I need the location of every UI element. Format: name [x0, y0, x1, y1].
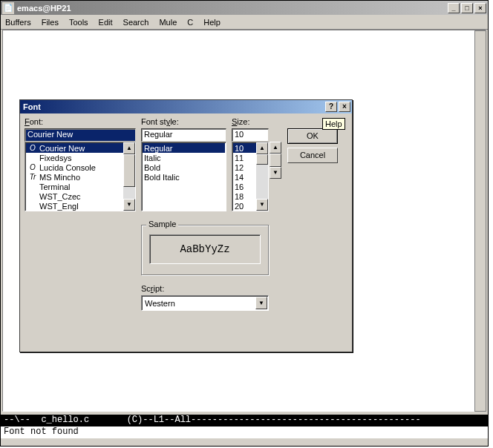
list-item[interactable]: WST_Engl: [26, 201, 134, 211]
scroll-down-icon[interactable]: ▼: [123, 199, 135, 211]
style-label: Font style:: [141, 117, 179, 126]
list-item[interactable]: OCourier New: [26, 143, 134, 153]
size-label: Size:: [232, 117, 249, 126]
ok-button[interactable]: OK: [287, 128, 338, 144]
list-item-label: WST_Engl: [39, 202, 79, 211]
scroll-down-icon[interactable]: ▼: [270, 167, 281, 179]
list-item-label: 11: [235, 154, 244, 162]
size-outer-scroll[interactable]: ▲ ▼: [270, 142, 281, 179]
list-item[interactable]: Terminal: [26, 182, 134, 191]
style-input[interactable]: Regular: [141, 128, 226, 142]
font-input[interactable]: Courier New: [25, 128, 136, 142]
menu-tools[interactable]: Tools: [69, 18, 88, 27]
dialog-titlebar[interactable]: Font ? ×: [20, 100, 352, 113]
script-label: Script:: [141, 284, 164, 293]
list-item-label: Lucida Console: [39, 163, 96, 172]
main-title: emacs@HP21: [17, 4, 446, 13]
sample-preview: AaBbYyZz: [149, 234, 261, 264]
font-listbox[interactable]: OCourier NewFixedsysOLucida ConsoleTrMS …: [25, 142, 136, 211]
maximize-button[interactable]: □: [461, 3, 473, 13]
dialog-close-button[interactable]: ×: [339, 102, 350, 112]
app-icon: 📄: [2, 2, 14, 14]
font-type-icon: Tr: [27, 173, 38, 181]
list-item-label: Bold Italic: [144, 173, 180, 182]
scroll-thumb[interactable]: [270, 154, 281, 167]
size-list-scrollbar[interactable]: ▲ ▼: [256, 142, 268, 211]
close-button[interactable]: ×: [474, 3, 486, 13]
list-item-label: 12: [235, 163, 244, 172]
list-item[interactable]: Fixedsys: [26, 153, 134, 162]
list-item-label: Fixedsys: [39, 154, 71, 162]
menu-mule[interactable]: Mule: [159, 18, 177, 27]
minimize-button[interactable]: _: [448, 3, 460, 13]
scroll-thumb[interactable]: [256, 154, 268, 165]
menu-files[interactable]: Files: [42, 18, 59, 27]
main-titlebar[interactable]: 📄 emacs@HP21 _ □ ×: [1, 1, 488, 15]
menubar: Buffers Files Tools Edit Search Mule C H…: [1, 15, 488, 30]
menu-help[interactable]: Help: [203, 18, 221, 27]
list-item-label: Italic: [144, 154, 161, 162]
vertical-scrollbar[interactable]: [474, 30, 486, 412]
list-item[interactable]: Bold Italic: [143, 172, 225, 182]
list-item-label: Courier New: [39, 144, 85, 153]
scroll-thumb[interactable]: [123, 154, 135, 187]
list-item[interactable]: OLucida Console: [26, 162, 134, 172]
list-item-label: 14: [235, 173, 244, 182]
scroll-down-icon[interactable]: ▼: [256, 199, 268, 211]
menu-edit[interactable]: Edit: [99, 18, 113, 27]
script-value: Western: [145, 299, 175, 308]
script-combobox[interactable]: Western ▼: [141, 295, 269, 311]
list-item-label: 16: [235, 182, 244, 191]
list-item-label: Bold: [144, 163, 160, 172]
list-item-label: WST_Czec: [39, 192, 81, 201]
font-type-icon: O: [27, 144, 38, 152]
chevron-down-icon[interactable]: ▼: [255, 297, 267, 309]
list-item[interactable]: Bold: [143, 162, 225, 172]
modeline: --\-- c_hello.c (C)--L1--All------------…: [1, 415, 488, 426]
list-item[interactable]: WST_Czec: [26, 191, 134, 201]
sample-legend: Sample: [146, 220, 178, 228]
font-dialog: Font ? × Font: Courier New OCourier NewF…: [19, 99, 353, 352]
list-item[interactable]: Regular: [143, 143, 225, 153]
font-list-scrollbar[interactable]: ▲ ▼: [123, 142, 135, 211]
size-input[interactable]: 10: [232, 128, 269, 142]
style-listbox[interactable]: RegularItalicBoldBold Italic: [141, 142, 226, 211]
list-item-label: 20: [235, 202, 244, 211]
font-type-icon: O: [27, 163, 38, 171]
help-tooltip: Help: [322, 118, 345, 130]
list-item-label: MS Mincho: [39, 173, 80, 182]
list-item[interactable]: Italic: [143, 153, 225, 162]
dialog-title: Font: [22, 102, 324, 111]
size-listbox[interactable]: 10111214161820 ▲ ▼: [232, 142, 269, 211]
list-item-label: Regular: [144, 144, 173, 153]
minibuffer: Font not found: [1, 426, 488, 438]
font-label: Font:: [25, 117, 43, 126]
list-item-label: 10: [235, 144, 244, 153]
dialog-help-button[interactable]: ?: [325, 102, 337, 112]
menu-search[interactable]: Search: [123, 18, 149, 27]
menu-c[interactable]: C: [187, 18, 193, 27]
sample-groupbox: Sample AaBbYyZz: [141, 225, 269, 275]
cancel-button[interactable]: Cancel: [287, 148, 338, 163]
list-item-label: Terminal: [39, 182, 71, 191]
scroll-up-icon[interactable]: ▲: [123, 142, 135, 154]
list-item[interactable]: TrMS Mincho: [26, 172, 134, 182]
dialog-body: Font: Courier New OCourier NewFixedsysOL…: [20, 113, 352, 352]
menu-buffers[interactable]: Buffers: [5, 18, 31, 27]
scroll-up-icon[interactable]: ▲: [256, 142, 268, 154]
list-item-label: 18: [235, 192, 244, 201]
scroll-up-icon[interactable]: ▲: [270, 142, 281, 154]
